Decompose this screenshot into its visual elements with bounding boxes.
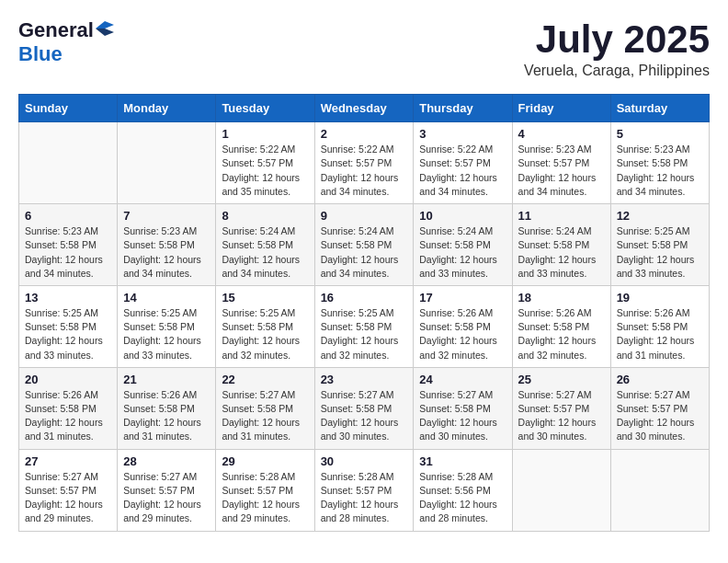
- cell-info: Sunrise: 5:25 AMSunset: 5:58 PMDaylight:…: [617, 224, 703, 281]
- calendar-cell: [118, 122, 216, 204]
- calendar-cell: [610, 449, 709, 531]
- day-number: 8: [222, 209, 308, 223]
- col-header-tuesday: Tuesday: [216, 95, 314, 122]
- calendar-cell: 25Sunrise: 5:27 AMSunset: 5:57 PMDayligh…: [512, 367, 610, 449]
- day-number: 20: [25, 373, 111, 386]
- calendar-cell: 21Sunrise: 5:26 AMSunset: 5:58 PMDayligh…: [118, 367, 216, 449]
- day-number: 3: [419, 127, 506, 141]
- calendar-cell: 30Sunrise: 5:28 AMSunset: 5:57 PMDayligh…: [314, 449, 414, 531]
- cell-info: Sunrise: 5:28 AMSunset: 5:57 PMDaylight:…: [321, 470, 408, 526]
- calendar-cell: 29Sunrise: 5:28 AMSunset: 5:57 PMDayligh…: [216, 449, 314, 531]
- col-header-friday: Friday: [512, 95, 610, 122]
- month-title: July 2025: [524, 18, 710, 61]
- col-header-thursday: Thursday: [414, 95, 512, 122]
- day-number: 22: [222, 373, 308, 386]
- day-number: 27: [25, 454, 111, 468]
- day-number: 21: [123, 373, 210, 386]
- logo-blue-text: Blue: [18, 42, 63, 65]
- calendar-header-row: SundayMondayTuesdayWednesdayThursdayFrid…: [19, 95, 710, 122]
- calendar-cell: 24Sunrise: 5:27 AMSunset: 5:58 PMDayligh…: [414, 367, 512, 449]
- cell-info: Sunrise: 5:27 AMSunset: 5:57 PMDaylight:…: [25, 470, 111, 526]
- day-number: 19: [617, 291, 703, 304]
- col-header-saturday: Saturday: [610, 95, 709, 122]
- location-text: Veruela, Caraga, Philippines: [524, 63, 710, 79]
- day-number: 1: [222, 127, 308, 141]
- day-number: 24: [419, 373, 506, 386]
- col-header-wednesday: Wednesday: [314, 95, 414, 122]
- title-block: July 2025 Veruela, Caraga, Philippines: [524, 18, 710, 79]
- calendar-cell: 13Sunrise: 5:25 AMSunset: 5:58 PMDayligh…: [19, 285, 118, 367]
- day-number: 10: [419, 209, 506, 223]
- day-number: 7: [123, 209, 210, 223]
- logo-bird-icon: [96, 21, 114, 36]
- cell-info: Sunrise: 5:23 AMSunset: 5:58 PMDaylight:…: [617, 143, 703, 199]
- calendar-cell: 5Sunrise: 5:23 AMSunset: 5:58 PMDaylight…: [610, 122, 709, 204]
- cell-info: Sunrise: 5:22 AMSunset: 5:57 PMDaylight:…: [222, 143, 308, 199]
- cell-info: Sunrise: 5:25 AMSunset: 5:58 PMDaylight:…: [222, 306, 308, 362]
- day-number: 5: [617, 127, 703, 141]
- calendar-cell: 9Sunrise: 5:24 AMSunset: 5:58 PMDaylight…: [314, 204, 414, 286]
- day-number: 25: [518, 373, 605, 386]
- cell-info: Sunrise: 5:23 AMSunset: 5:58 PMDaylight:…: [123, 224, 210, 281]
- calendar-cell: 26Sunrise: 5:27 AMSunset: 5:57 PMDayligh…: [610, 367, 709, 449]
- logo-general-text: General: [18, 18, 94, 42]
- day-number: 9: [321, 209, 408, 223]
- day-number: 28: [123, 454, 210, 468]
- calendar-cell: 27Sunrise: 5:27 AMSunset: 5:57 PMDayligh…: [19, 449, 118, 531]
- calendar-cell: [512, 449, 610, 531]
- cell-info: Sunrise: 5:26 AMSunset: 5:58 PMDaylight:…: [25, 388, 111, 444]
- page-header: General Blue July 2025 Veruela, Caraga, …: [18, 18, 710, 79]
- day-number: 14: [123, 291, 210, 304]
- cell-info: Sunrise: 5:24 AMSunset: 5:58 PMDaylight:…: [222, 224, 308, 281]
- cell-info: Sunrise: 5:23 AMSunset: 5:57 PMDaylight:…: [518, 143, 605, 199]
- cell-info: Sunrise: 5:25 AMSunset: 5:58 PMDaylight:…: [25, 306, 111, 362]
- day-number: 29: [222, 454, 308, 468]
- calendar-cell: 10Sunrise: 5:24 AMSunset: 5:58 PMDayligh…: [414, 204, 512, 286]
- calendar-week-4: 20Sunrise: 5:26 AMSunset: 5:58 PMDayligh…: [19, 367, 710, 449]
- calendar-cell: 20Sunrise: 5:26 AMSunset: 5:58 PMDayligh…: [19, 367, 118, 449]
- day-number: 31: [419, 454, 506, 468]
- calendar-cell: 22Sunrise: 5:27 AMSunset: 5:58 PMDayligh…: [216, 367, 314, 449]
- cell-info: Sunrise: 5:23 AMSunset: 5:58 PMDaylight:…: [25, 224, 111, 281]
- cell-info: Sunrise: 5:24 AMSunset: 5:58 PMDaylight:…: [518, 224, 605, 281]
- day-number: 16: [321, 291, 408, 304]
- cell-info: Sunrise: 5:28 AMSunset: 5:57 PMDaylight:…: [222, 470, 308, 526]
- calendar-cell: 19Sunrise: 5:26 AMSunset: 5:58 PMDayligh…: [610, 285, 709, 367]
- cell-info: Sunrise: 5:25 AMSunset: 5:58 PMDaylight:…: [123, 306, 210, 362]
- day-number: 12: [617, 209, 703, 223]
- cell-info: Sunrise: 5:26 AMSunset: 5:58 PMDaylight:…: [518, 306, 605, 362]
- day-number: 2: [321, 127, 408, 141]
- col-header-monday: Monday: [118, 95, 216, 122]
- cell-info: Sunrise: 5:28 AMSunset: 5:56 PMDaylight:…: [419, 470, 506, 526]
- calendar-cell: 12Sunrise: 5:25 AMSunset: 5:58 PMDayligh…: [610, 204, 709, 286]
- cell-info: Sunrise: 5:27 AMSunset: 5:57 PMDaylight:…: [123, 470, 210, 526]
- day-number: 11: [518, 209, 605, 223]
- day-number: 4: [518, 127, 605, 141]
- cell-info: Sunrise: 5:22 AMSunset: 5:57 PMDaylight:…: [419, 143, 506, 199]
- day-number: 15: [222, 291, 308, 304]
- cell-info: Sunrise: 5:27 AMSunset: 5:58 PMDaylight:…: [321, 388, 408, 444]
- calendar-table: SundayMondayTuesdayWednesdayThursdayFrid…: [18, 94, 710, 531]
- calendar-cell: 14Sunrise: 5:25 AMSunset: 5:58 PMDayligh…: [118, 285, 216, 367]
- calendar-cell: 18Sunrise: 5:26 AMSunset: 5:58 PMDayligh…: [512, 285, 610, 367]
- svg-marker-1: [96, 29, 114, 36]
- calendar-cell: 2Sunrise: 5:22 AMSunset: 5:57 PMDaylight…: [314, 122, 414, 204]
- calendar-cell: 7Sunrise: 5:23 AMSunset: 5:58 PMDaylight…: [118, 204, 216, 286]
- logo: General Blue: [18, 18, 114, 66]
- calendar-cell: 4Sunrise: 5:23 AMSunset: 5:57 PMDaylight…: [512, 122, 610, 204]
- day-number: 23: [321, 373, 408, 386]
- calendar-cell: 16Sunrise: 5:25 AMSunset: 5:58 PMDayligh…: [314, 285, 414, 367]
- cell-info: Sunrise: 5:27 AMSunset: 5:57 PMDaylight:…: [617, 388, 703, 444]
- cell-info: Sunrise: 5:26 AMSunset: 5:58 PMDaylight:…: [419, 306, 506, 362]
- day-number: 17: [419, 291, 506, 304]
- calendar-cell: 23Sunrise: 5:27 AMSunset: 5:58 PMDayligh…: [314, 367, 414, 449]
- cell-info: Sunrise: 5:27 AMSunset: 5:58 PMDaylight:…: [222, 388, 308, 444]
- calendar-cell: 8Sunrise: 5:24 AMSunset: 5:58 PMDaylight…: [216, 204, 314, 286]
- calendar-week-5: 27Sunrise: 5:27 AMSunset: 5:57 PMDayligh…: [19, 449, 710, 531]
- cell-info: Sunrise: 5:26 AMSunset: 5:58 PMDaylight:…: [123, 388, 210, 444]
- calendar-cell: 6Sunrise: 5:23 AMSunset: 5:58 PMDaylight…: [19, 204, 118, 286]
- cell-info: Sunrise: 5:22 AMSunset: 5:57 PMDaylight:…: [321, 143, 408, 199]
- day-number: 18: [518, 291, 605, 304]
- calendar-cell: 3Sunrise: 5:22 AMSunset: 5:57 PMDaylight…: [414, 122, 512, 204]
- calendar-cell: 11Sunrise: 5:24 AMSunset: 5:58 PMDayligh…: [512, 204, 610, 286]
